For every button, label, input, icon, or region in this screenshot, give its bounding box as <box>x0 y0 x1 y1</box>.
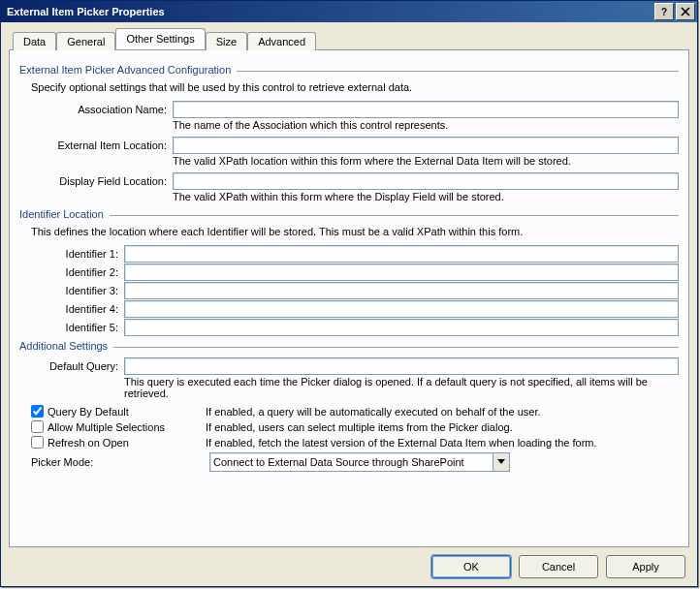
external-item-location-hint: The valid XPath location within this for… <box>173 155 679 167</box>
chevron-down-icon[interactable] <box>493 453 509 471</box>
titlebar: External Item Picker Properties ? <box>1 1 697 22</box>
default-query-input[interactable] <box>124 357 679 375</box>
group-advanced-header: External Item Picker Advanced Configurat… <box>19 64 679 76</box>
tab-advanced[interactable]: Advanced <box>247 32 316 50</box>
association-name-label: Association Name: <box>31 104 173 115</box>
picker-mode-combobox[interactable]: Connect to External Data Source through … <box>209 452 510 472</box>
tab-panel-other-settings: External Item Picker Advanced Configurat… <box>9 49 689 547</box>
close-button[interactable] <box>676 3 695 20</box>
query-by-default-desc: If enabled, a query will be automaticall… <box>206 405 679 418</box>
group-additional-label: Additional Settings <box>19 340 108 352</box>
query-by-default-checkbox[interactable] <box>31 405 44 418</box>
separator-line <box>110 215 679 216</box>
cancel-button[interactable]: Cancel <box>519 555 598 578</box>
svg-text:?: ? <box>661 7 667 16</box>
tab-general[interactable]: General <box>56 32 115 50</box>
tab-data[interactable]: Data <box>13 32 56 50</box>
identifier-3-input[interactable] <box>124 282 679 299</box>
identifier-4-input[interactable] <box>124 300 679 318</box>
refresh-on-open-label[interactable]: Refresh on Open <box>48 437 129 449</box>
refresh-on-open-desc: If enabled, fetch the latest version of … <box>206 436 679 449</box>
default-query-label: Default Query: <box>31 360 124 372</box>
identifier-1-input[interactable] <box>124 245 679 263</box>
picker-mode-value: Connect to External Data Source through … <box>210 456 493 468</box>
display-field-location-input[interactable] <box>173 172 679 190</box>
identifier-2-label: Identifier 2: <box>31 266 124 278</box>
separator-line <box>113 347 679 348</box>
ok-button[interactable]: OK <box>431 555 511 578</box>
identifier-3-label: Identifier 3: <box>31 285 124 296</box>
apply-button[interactable]: Apply <box>606 555 685 578</box>
identifier-desc: This defines the location where each Ide… <box>31 226 679 237</box>
group-advanced-label: External Item Picker Advanced Configurat… <box>19 64 231 76</box>
identifier-5-input[interactable] <box>124 319 679 336</box>
allow-multiple-selections-desc: If enabled, users can select multiple it… <box>206 420 679 433</box>
help-button[interactable]: ? <box>654 3 674 20</box>
picker-mode-label: Picker Mode: <box>31 456 209 468</box>
allow-multiple-selections-checkbox[interactable] <box>31 420 44 433</box>
allow-multiple-selections-label[interactable]: Allow Multiple Selections <box>48 421 165 433</box>
refresh-on-open-checkbox[interactable] <box>31 436 44 449</box>
group-identifier-label: Identifier Location <box>19 208 104 220</box>
identifier-4-label: Identifier 4: <box>31 303 124 315</box>
external-item-location-label: External Item Location: <box>31 140 173 151</box>
content-area: Data General Other Settings Size Advance… <box>1 22 697 586</box>
external-item-location-input[interactable] <box>173 137 679 154</box>
tabstrip: Data General Other Settings Size Advance… <box>9 28 689 49</box>
group-additional-header: Additional Settings <box>19 340 679 352</box>
association-name-input[interactable] <box>173 101 679 118</box>
identifier-2-input[interactable] <box>124 264 679 281</box>
display-field-location-hint: The valid XPath within this form where t… <box>173 191 679 202</box>
dialog-window: External Item Picker Properties ? Data G… <box>0 0 698 587</box>
display-field-location-label: Display Field Location: <box>31 175 173 187</box>
tab-size[interactable]: Size <box>206 32 247 50</box>
group-identifier-header: Identifier Location <box>19 208 679 220</box>
tab-other-settings[interactable]: Other Settings <box>115 28 205 49</box>
separator-line <box>237 71 679 72</box>
footer: OK Cancel Apply <box>9 547 689 578</box>
association-name-hint: The name of the Association which this c… <box>173 119 679 131</box>
default-query-hint: This query is executed each time the Pic… <box>124 376 679 399</box>
window-title: External Item Picker Properties <box>7 6 652 17</box>
advanced-desc: Specify optional settings that will be u… <box>31 81 679 93</box>
identifier-5-label: Identifier 5: <box>31 322 124 333</box>
identifier-1-label: Identifier 1: <box>31 248 124 260</box>
query-by-default-label[interactable]: Query By Default <box>48 406 129 418</box>
